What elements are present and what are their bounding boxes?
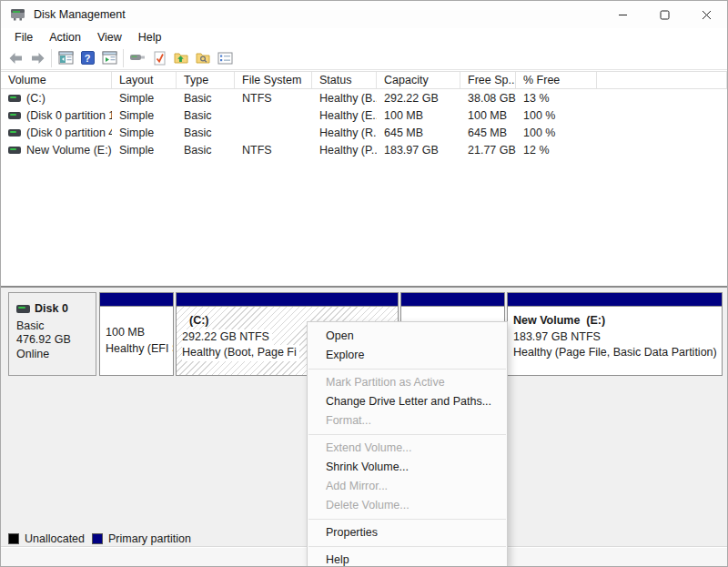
title-bar: Disk Management: [1, 1, 727, 28]
menu-separator: [308, 369, 506, 370]
volume-label: New Volume (E:): [26, 144, 112, 157]
cell-capacity: 183.97 GB: [377, 144, 460, 157]
minimize-icon: [618, 10, 628, 20]
forward-icon: [30, 52, 46, 65]
volume-icon: [8, 147, 21, 154]
cell-layout: Simple: [112, 92, 177, 105]
volume-list: VolumeLayoutTypeFile SystemStatusCapacit…: [1, 71, 727, 158]
menubar-item-file[interactable]: File: [6, 29, 41, 46]
app-icon: [10, 8, 26, 21]
menubar-item-help[interactable]: Help: [130, 29, 170, 46]
window-title: Disk Management: [34, 8, 126, 21]
minimize-button[interactable]: [602, 1, 643, 28]
column-header-blank[interactable]: [597, 72, 727, 88]
forward-button[interactable]: [26, 48, 48, 68]
table-row[interactable]: (Disk 0 partition 4)SimpleBasicHealthy (…: [1, 124, 727, 141]
disk-name: Disk 0: [35, 302, 68, 317]
help-icon: ?: [81, 51, 95, 65]
cell-free_space: 38.08 GB: [460, 92, 516, 105]
context-menu-item-properties[interactable]: Properties: [308, 523, 507, 542]
maximize-button[interactable]: [643, 1, 685, 28]
maximize-icon: [660, 10, 670, 20]
show-console-tree-button[interactable]: [55, 48, 76, 68]
column-header-%-free[interactable]: % Free: [516, 72, 597, 88]
context-menu-item-shrink-volume[interactable]: Shrink Volume...: [308, 458, 507, 477]
folder-up-icon: [174, 51, 189, 65]
show-action-pane-button[interactable]: [98, 48, 120, 68]
cell-layout: Simple: [112, 127, 177, 139]
check-disk-button[interactable]: [148, 48, 170, 68]
disk-size: 476.92 GB: [16, 333, 92, 348]
cell-pct_free: 100 %: [516, 109, 597, 122]
cell-status: Healthy (R...: [312, 127, 377, 139]
disk-icon: [16, 305, 30, 313]
partition-size: 100 MB: [106, 325, 171, 341]
column-header-type[interactable]: Type: [177, 72, 235, 88]
cell-free_space: 21.77 GB: [460, 144, 516, 157]
table-row[interactable]: (Disk 0 partition 1)SimpleBasicHealthy (…: [1, 106, 727, 124]
table-row[interactable]: New Volume (E:)SimpleBasicNTFSHealthy (P…: [1, 141, 727, 158]
context-menu-item-extend-volume: Extend Volume...: [308, 439, 507, 458]
legend-label: Primary partition: [108, 532, 191, 545]
column-header-status[interactable]: Status: [312, 72, 377, 88]
action-pane-icon: [102, 51, 117, 65]
cell-free_space: 645 MB: [460, 127, 516, 139]
cell-file_system: NTFS: [235, 92, 312, 105]
context-menu-item-delete-volume: Delete Volume...: [308, 496, 507, 515]
cell-layout: Simple: [112, 144, 177, 157]
menubar-item-action[interactable]: Action: [41, 29, 89, 46]
column-header-volume[interactable]: Volume: [1, 72, 112, 88]
cell-free_space: 100 MB: [460, 109, 516, 122]
device-icon: [129, 52, 146, 64]
disk-0-header[interactable]: Disk 0 Basic 476.92 GB Online: [8, 292, 96, 376]
cell-volume: (Disk 0 partition 1): [1, 109, 112, 122]
menu-separator: [308, 434, 506, 435]
legend-item-primary-partition: Primary partition: [92, 532, 191, 545]
partition-new-volume-e-[interactable]: New Volume (E:)183.97 GB NTFSHealthy (Pa…: [507, 292, 723, 376]
disk-type: Basic: [16, 319, 92, 334]
context-menu-item-help[interactable]: Help: [308, 551, 507, 567]
disk-title: Disk 0: [16, 302, 92, 317]
folder-search-button[interactable]: [192, 48, 214, 68]
folder-up-button[interactable]: [170, 48, 192, 68]
cell-volume: (C:): [1, 92, 112, 105]
context-menu-item-explore[interactable]: Explore: [308, 346, 507, 365]
context-menu-item-change-drive-letter-and-paths[interactable]: Change Drive Letter and Paths...: [308, 392, 507, 411]
legend-item-unallocated: Unallocated: [8, 532, 85, 545]
legend-swatch: [92, 533, 103, 544]
volume-list-header: VolumeLayoutTypeFile SystemStatusCapacit…: [1, 71, 727, 89]
toolbar: ?: [1, 46, 727, 70]
help-button[interactable]: ?: [76, 48, 98, 68]
disk-management-window: Disk Management FileActionViewHelp: [0, 0, 728, 567]
cell-type: Basic: [177, 144, 235, 157]
column-header-capacity[interactable]: Capacity: [377, 72, 460, 88]
properties-list-icon: [217, 52, 233, 65]
disk-status: Online: [16, 348, 92, 362]
menu-bar: FileActionViewHelp: [1, 28, 727, 46]
partition-body: 100 MBHealthy (EFI Sy: [100, 307, 173, 375]
cell-status: Healthy (B...: [312, 92, 377, 105]
partition-block-0[interactable]: 100 MBHealthy (EFI Sy: [99, 292, 174, 376]
properties-list-button[interactable]: [214, 48, 236, 68]
column-header-layout[interactable]: Layout: [112, 72, 177, 88]
cell-type: Basic: [177, 127, 235, 139]
console-tree-icon: [58, 51, 74, 65]
check-document-icon: [153, 51, 167, 66]
device-button[interactable]: [126, 48, 148, 68]
context-menu-item-open[interactable]: Open: [308, 327, 507, 346]
back-button[interactable]: [5, 48, 26, 68]
table-row[interactable]: (C:)SimpleBasicNTFSHealthy (B...292.22 G…: [1, 89, 727, 106]
volume-label: (Disk 0 partition 4): [26, 127, 112, 139]
cell-capacity: 100 MB: [377, 109, 460, 122]
cell-type: Basic: [177, 92, 235, 105]
window-controls: [602, 1, 727, 28]
column-header-free-sp-[interactable]: Free Sp...: [460, 72, 516, 88]
partition-size: 183.97 GB NTFS: [513, 329, 720, 346]
partition-color-strip: [401, 293, 504, 307]
partition-status: Healthy (EFI Sy: [106, 341, 171, 358]
close-button[interactable]: [685, 1, 727, 28]
column-header-file-system[interactable]: File System: [235, 72, 312, 88]
cell-pct_free: 13 %: [516, 92, 597, 105]
menubar-item-view[interactable]: View: [89, 29, 130, 46]
cell-layout: Simple: [112, 109, 177, 122]
